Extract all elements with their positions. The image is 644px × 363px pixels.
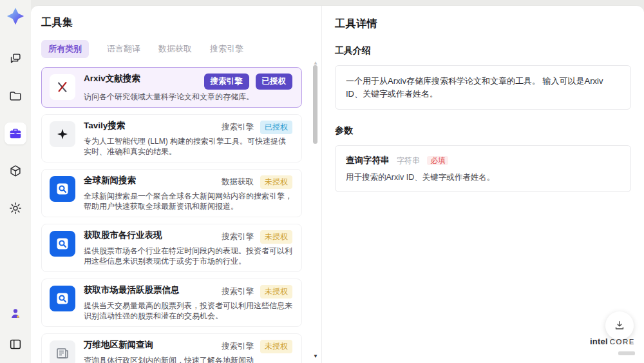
tool-list: Arxiv文献搜索 搜索引擎 已授权 访问各个研究领域大量科学论文和文章的存储库… — [41, 67, 302, 363]
tool-title: Arxiv文献搜索 — [84, 73, 140, 84]
arxiv-icon — [50, 74, 75, 100]
stock-sector-icon — [50, 231, 75, 257]
auth-status-badge: 未授权 — [260, 340, 292, 353]
regional-news-icon — [50, 340, 75, 363]
main-content: 工具集 所有类别 语言翻译 数据获取 搜索引擎 Arxiv文献搜索 — [31, 5, 644, 363]
tool-description: 提供当天交易量最高的股票列表，投资者可以利用这些信息来识别流动性强的股票和潜在的… — [84, 300, 292, 321]
details-title: 工具详情 — [335, 17, 631, 31]
tab-all-categories[interactable]: 所有类别 — [41, 40, 89, 58]
sidebar-item-chat[interactable] — [5, 48, 26, 70]
tool-title: Tavily搜索 — [84, 120, 125, 132]
auth-status-badge: 未授权 — [260, 285, 292, 299]
tool-card-stock-sector[interactable]: 获取股市各行业表现 搜索引擎 未授权 提供股票市场各个行业在特定时间段内的表现。… — [41, 224, 302, 272]
tab-search-engine[interactable]: 搜索引擎 — [210, 43, 243, 55]
tool-details-panel: 工具详情 工具介绍 一个用于从Arxiv存储库搜索科学论文和文章的工具。 输入可… — [322, 6, 644, 363]
param-type: 字符串 — [397, 156, 420, 165]
download-icon — [613, 319, 626, 332]
tool-card-tavily[interactable]: Tavily搜索 搜索引擎 已授权 专为人工智能代理 (LLM) 构建的搜索引擎… — [41, 114, 302, 162]
tool-title: 获取市场最活跃股票信息 — [84, 284, 180, 296]
tool-card-regional-news[interactable]: 万维地区新闻查询 搜索引擎 未授权 查询具体行政区划内的新闻，快速了解各地新闻动 — [41, 333, 302, 363]
core-logo-text: core — [610, 338, 635, 346]
tab-data-acquisition[interactable]: 数据获取 — [158, 43, 192, 55]
tool-title: 万维地区新闻查询 — [84, 339, 153, 351]
category-badge: 搜索引擎 — [222, 341, 254, 352]
stock-active-icon — [50, 286, 75, 311]
news-search-icon — [50, 176, 75, 202]
param-card: 查询字符串 字符串 必填 用于搜索的Arxiv ID、关键字或作者姓名。 — [335, 145, 631, 192]
app-logo-gem-icon — [6, 6, 25, 26]
auth-status-badge: 已授权 — [260, 121, 292, 134]
tool-title: 获取股市各行业表现 — [84, 230, 162, 241]
tool-description: 全球新闻搜索是一个聚合全球各大新闻网站内容的搜索引擎，帮助用户快速获取全球最新资… — [84, 191, 292, 211]
tools-panel: 工具集 所有类别 语言翻译 数据获取 搜索引擎 Arxiv文献搜索 — [31, 6, 322, 363]
param-required-badge: 必填 — [427, 156, 448, 165]
panel-toggle-icon — [8, 337, 23, 351]
category-badge: 数据获取 — [222, 177, 254, 188]
tab-language-translation[interactable]: 语言翻译 — [107, 43, 140, 55]
list-scrollbar[interactable]: ▲ ▼ — [312, 60, 319, 359]
intel-logo-text: intel — [590, 337, 608, 346]
category-badge: 搜索引擎 — [222, 231, 254, 242]
sidebar-item-models[interactable] — [5, 160, 26, 182]
tool-description: 查询具体行政区划内的新闻，快速了解各地新闻动 — [84, 355, 292, 363]
auth-status-badge: 未授权 — [260, 175, 292, 189]
category-badge: 搜索引擎 — [204, 74, 249, 90]
intel-core-logo: intelcore — [590, 337, 635, 358]
param-name: 查询字符串 — [346, 155, 390, 165]
settings-gear-icon — [8, 201, 23, 215]
scrollbar-thumb[interactable] — [313, 65, 317, 144]
user-avatar-icon — [8, 306, 23, 320]
folder-icon — [8, 89, 23, 103]
ultra-mark — [618, 351, 635, 355]
intro-heading: 工具介绍 — [335, 45, 631, 57]
tool-card-global-news[interactable]: 全球新闻搜索 数据获取 未授权 全球新闻搜索是一个聚合全球各大新闻网站内容的搜索… — [41, 169, 302, 217]
user-avatar[interactable] — [5, 302, 26, 324]
tool-card-stock-active[interactable]: 获取市场最活跃股票信息 搜索引擎 未授权 提供当天交易量最高的股票列表，投资者可… — [41, 279, 302, 327]
params-heading: 参数 — [335, 125, 631, 137]
param-description: 用于搜索的Arxiv ID、关键字或作者姓名。 — [346, 172, 620, 183]
tool-description: 专为人工智能代理 (LLM) 构建的搜索引擎工具。可快速提供实时、准确和真实的结… — [84, 136, 292, 157]
sidebar-item-files[interactable] — [5, 85, 26, 107]
download-button[interactable] — [605, 311, 634, 340]
scrollbar-down-arrow-icon[interactable]: ▼ — [312, 353, 319, 359]
tool-card-arxiv[interactable]: Arxiv文献搜索 搜索引擎 已授权 访问各个研究领域大量科学论文和文章的存储库… — [41, 67, 302, 108]
chat-icon — [8, 52, 23, 66]
category-badge: 搜索引擎 — [222, 286, 254, 297]
tool-description: 提供股票市场各个行业在特定时间段内的表现。投资者可以利用这些信息来识别表现优于或… — [84, 246, 292, 266]
app-sidebar — [0, 0, 31, 363]
panel-toggle[interactable] — [5, 333, 26, 355]
category-badge: 搜索引擎 — [222, 122, 254, 133]
sidebar-item-tools[interactable] — [5, 123, 26, 144]
sidebar-item-settings[interactable] — [5, 197, 26, 219]
tool-description: 访问各个研究领域大量科学论文和文章的存储库。 — [84, 92, 292, 102]
intro-text: 一个用于从Arxiv存储库搜索科学论文和文章的工具。 输入可以是Arxiv ID… — [335, 65, 631, 110]
cube-icon — [8, 164, 23, 178]
tavily-star-icon — [50, 121, 75, 147]
tool-title: 全球新闻搜索 — [84, 175, 136, 186]
auth-status-badge: 未授权 — [260, 230, 292, 244]
category-tabs: 所有类别 语言翻译 数据获取 搜索引擎 — [41, 40, 302, 58]
page-title: 工具集 — [41, 16, 302, 30]
auth-status-badge: 已授权 — [256, 74, 293, 90]
toolbox-icon — [8, 126, 23, 141]
